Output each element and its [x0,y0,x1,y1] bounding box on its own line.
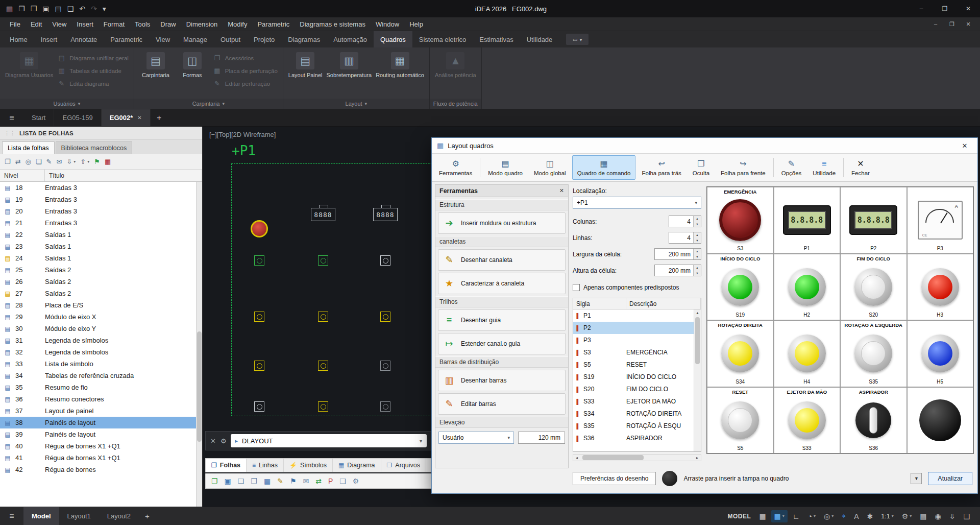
tab-lista-de-folhas[interactable]: Lista de folhas [2,141,55,154]
hardware-acceleration-icon[interactable]: ⇩ [946,510,959,522]
elevation-value-input[interactable]: 120 mm [518,432,565,444]
component-cell-h4[interactable]: H4 [774,320,841,387]
sheet-row[interactable]: ▤31Legenda de símbolos [0,335,196,346]
minimize-button[interactable]: – [910,0,933,17]
component-cell-s5[interactable]: RESETS5 [707,387,774,454]
ribbon-tab-automacao[interactable]: Automação [327,31,374,47]
ribbon-button-carpintaria[interactable]: ▤Carpintaria [139,51,172,79]
sheet-row[interactable]: ▤24Saídas 1 [0,252,196,264]
dialog-tool-oculta[interactable]: ❐Oculta [688,155,715,180]
tool-button-desenhar-canaleta[interactable]: ✎Desenhar canaleta [438,249,566,271]
sheet-row[interactable]: ▤30Módulo de eixo Y [0,323,196,335]
snap-grid-icon[interactable]: ▤ [917,510,929,522]
ribbon-button-formas[interactable]: ◫Formas [176,51,209,79]
redo-icon[interactable]: ↷ [91,5,97,13]
menu-edit[interactable]: Edit [26,18,46,30]
sheet-row[interactable]: ▤39Painéis de layout [0,428,196,440]
ribbon-tab-view[interactable]: View [149,31,177,47]
copy-icon[interactable]: ❒ [251,477,257,485]
component-row[interactable]: ▌S36ASPIRADOR [573,432,694,444]
ribbon-tab-sistema-eletrico[interactable]: Sistema eletrico [412,31,473,47]
column-header-nivel[interactable]: Nível [0,170,45,181]
sheet-row[interactable]: ▤40Régua de bornes X1 +Q1 [0,440,196,452]
scale-control[interactable]: 1:1▾ [878,511,896,522]
menu-diagramas-e-sistemas[interactable]: Diagramas e sistemas [295,18,370,30]
save-all-icon[interactable]: ▤ [55,5,62,13]
component-cell[interactable] [907,387,974,454]
scrollbar-thumb[interactable] [197,331,202,442]
ribbon-button-analise-potencia[interactable]: ▲Análise potência [435,51,476,79]
menu-modify[interactable]: Modify [223,18,252,30]
ribbon-options-button[interactable]: ▭▾ [566,34,589,45]
sheet-row[interactable]: ▤42Régua de bornes [0,464,196,475]
sheet-row[interactable]: ▤37Layout de painel [0,405,196,417]
settings-gear-icon[interactable]: ⚙▾ [899,510,915,522]
doc-tab-eg05-159[interactable]: EG05-159 [54,109,101,126]
export-sheets-icon[interactable]: ⇧ [80,158,86,165]
component-cell-s20[interactable]: FIM DO CICLOS20 [840,254,907,321]
menu-help[interactable]: Help [405,18,428,30]
tools-panel-close-icon[interactable]: ✕ [559,187,564,194]
sheet-row[interactable]: ▤26Saídas 2 [0,276,196,288]
sheet-list-scrollbar[interactable] [196,182,202,507]
drawing-preferences-button[interactable]: Preferências do desenho [573,472,656,485]
ribbon-button-sobretemperatura[interactable]: ▥Sobretemperatura [326,51,372,79]
dialog-tool-modo-global[interactable]: ◫Modo global [529,155,571,180]
layout-tab-model[interactable]: Model [23,507,59,525]
statusbar-menu-icon[interactable]: ≡ [0,512,23,521]
component-cell-p2[interactable]: 8.8.8.8P2 [840,187,907,254]
dropdown-icon[interactable]: ▾ [74,159,76,164]
ribbon-button-tabelas-de-utilidade[interactable]: ▥Tabelas de utilidade [57,66,129,75]
menu-tools[interactable]: Tools [130,18,155,30]
new-folha-icon[interactable]: ❐ [211,477,218,485]
print-icon[interactable]: ❑ [67,5,74,13]
doc-restore-button[interactable]: ❐ [944,21,960,28]
doc-minimize-button[interactable]: – [928,21,943,28]
field-input-altura-da-celula[interactable]: 200 mm▴▾ [654,265,701,276]
panel-grip-icon[interactable]: ⋮⋮ [4,130,15,136]
spin-down-icon[interactable]: ▾ [694,238,701,244]
component-row[interactable]: ▌S20FIM DO CICLO [573,383,694,395]
table-icon[interactable]: ▦ [264,477,271,485]
grid-display-icon[interactable]: ▦ [756,510,769,522]
tab-biblioteca-macroblocos[interactable]: Biblioteca macroblocos [56,141,133,154]
export-pdf-icon[interactable]: P [328,477,333,485]
dialog-tool-fechar[interactable]: ✕Fechar [846,155,875,180]
close-tab-icon[interactable]: ✕ [137,115,141,121]
undo-icon[interactable]: ↶ [79,5,85,13]
command-input[interactable]: ▸ DLAYOUT ▾ [231,434,427,447]
component-cell-h2[interactable]: H2 [774,254,841,321]
ribbon-tab-estimativas[interactable]: Estimativas [473,31,520,47]
ribbon-tab-insert[interactable]: Insert [34,31,64,47]
cap-preview-image[interactable] [662,471,677,486]
component-table-scrollbar[interactable]: ▲ [694,309,701,451]
spin-up-icon[interactable]: ▴ [694,232,701,238]
ribbon-button-diagrama-unifilar-geral[interactable]: ▤Diagrama unifilar geral [57,54,129,62]
dialog-close-icon[interactable]: ✕ [957,142,972,150]
location-select[interactable]: +P1 ▾ [573,197,701,209]
panel-tab-arquivos[interactable]: ❒Arquivos [381,459,426,472]
sheet-row[interactable]: ▤41Régua de bornes X1 +Q1 [0,452,196,464]
ortho-icon[interactable]: ∟ [790,510,803,522]
field-input-colunas[interactable]: 4▴▾ [669,216,701,227]
component-row[interactable]: ▌S19INÍCIO DO CICLO [573,371,694,383]
scroll-right-icon[interactable]: ► [694,456,701,460]
footer-dropdown-button[interactable]: ▼ [911,473,922,484]
ribbon-tab-projeto[interactable]: Projeto [247,31,281,47]
sheet-row[interactable]: ▤35Resumo de fio [0,381,196,393]
copy-sheet-icon[interactable]: ❏ [36,158,42,165]
component-row[interactable]: ▌S5RESET [573,359,694,371]
component-cell-h5[interactable]: H5 [907,320,974,387]
ribbon-tab-diagramas[interactable]: Diagramas [281,31,327,47]
tab-list-menu-icon[interactable]: ≡ [0,109,23,126]
menu-parametric[interactable]: Parametric [253,18,294,30]
layout-tab-layout1[interactable]: Layout1 [59,507,99,525]
layout-tab-layout2[interactable]: Layout2 [99,507,139,525]
dialog-tool-quadro-de-comando[interactable]: ▦Quadro de comando [572,155,636,180]
tool-button-editar-barras[interactable]: ✎Editar barras [438,393,566,415]
sheet-row[interactable]: ▤19Entradas 3 [0,194,196,205]
preview-sheet-icon[interactable]: ◎ [26,158,31,165]
menu-draw[interactable]: Draw [156,18,180,30]
doc-tab-start[interactable]: Start [23,109,54,126]
sheet-row[interactable]: ▤36Resumo conectores [0,393,196,405]
